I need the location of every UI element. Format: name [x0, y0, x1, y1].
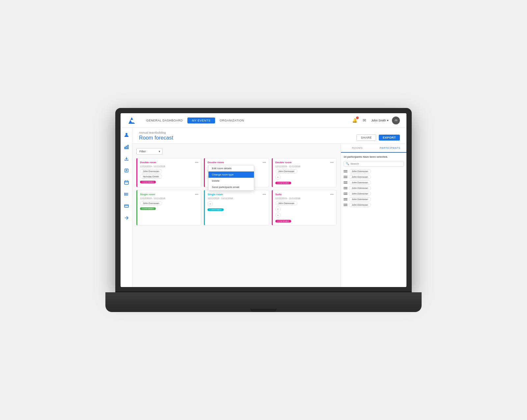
context-menu-item-edit[interactable]: Edit room details — [208, 165, 254, 171]
room-menu-6[interactable]: ••• — [330, 193, 334, 196]
room-card-2: Double room ••• 12/12/2019 - 11/11/2018 … — [204, 158, 269, 187]
participant-lines-7 — [344, 204, 347, 206]
participant-tag-2[interactable]: John Donnovan — [349, 175, 371, 179]
export-button[interactable]: EXPORT — [379, 135, 400, 141]
content-area: Filter ▼ Double room — [132, 144, 406, 287]
notification-icon[interactable]: 🔔 — [351, 117, 358, 124]
room-type-2: Double room — [208, 161, 224, 164]
room-menu-2[interactable]: ••• — [263, 161, 266, 164]
add-participant-5[interactable]: + — [208, 201, 213, 206]
context-menu-item-change-type[interactable]: Change room type — [208, 171, 254, 178]
participant-line — [344, 194, 347, 195]
search-icon: 🔍 — [346, 162, 349, 165]
participant-line — [344, 200, 347, 200]
sidebar-item-contacts[interactable] — [122, 166, 131, 175]
user-menu[interactable]: John Smith ▾ — [371, 119, 389, 122]
room-card-header-4: Single room ••• — [140, 193, 198, 196]
participant-pill-6a: John Donnovan — [275, 201, 297, 205]
room-menu-1[interactable]: ••• — [195, 161, 199, 164]
search-input[interactable] — [350, 162, 402, 165]
participant-line — [344, 205, 347, 205]
sidebar-item-calendar[interactable] — [122, 178, 131, 187]
svg-point-17 — [125, 194, 125, 195]
context-menu-2: Edit room details Change room type Delet… — [208, 165, 254, 191]
tab-participants[interactable]: PARTICIPANTS — [374, 144, 407, 153]
room-menu-4[interactable]: ••• — [195, 193, 199, 196]
avatar[interactable]: JS — [392, 117, 400, 124]
participant-line — [344, 199, 347, 200]
participant-row-6: John Donnovan — [344, 197, 404, 201]
mail-icon[interactable]: ✉ — [361, 117, 368, 124]
sidebar-item-share[interactable] — [122, 213, 131, 223]
participant-line — [344, 189, 347, 189]
share-button[interactable]: SHARE — [356, 134, 376, 141]
filter-select[interactable]: Filter — [136, 148, 163, 155]
participant-row-2: John Donnovan — [344, 175, 404, 179]
tab-organization[interactable]: ORGANIZATION — [215, 118, 249, 123]
room-badge-6: CONFIRMED — [275, 220, 291, 223]
participant-lines-4 — [344, 187, 347, 189]
room-badge-3: CONFIRMED — [275, 182, 291, 184]
add-participant-6b[interactable]: + — [275, 213, 281, 218]
participant-line — [344, 171, 347, 172]
rooms-area: Filter ▼ Double room — [132, 144, 341, 287]
participant-lines-5 — [344, 193, 347, 195]
participant-line — [344, 177, 347, 177]
participant-line — [344, 182, 347, 183]
panel-content: 14 participants have been selected. 🔍 — [341, 153, 406, 287]
participant-tag-7[interactable]: John Donnovan — [349, 203, 371, 207]
sidebar-item-list[interactable] — [122, 190, 131, 199]
right-panel: ROOMS PARTICIPANTS 14 participants have … — [341, 144, 406, 287]
participant-row-1: John Donnovan — [344, 169, 404, 173]
participant-line — [344, 170, 347, 171]
room-card-4: Single room ••• 12/12/2019 - 11/11/2018 … — [136, 190, 201, 225]
sidebar-item-export[interactable] — [122, 154, 131, 163]
sidebar-item-card[interactable] — [122, 201, 131, 211]
participant-line — [344, 188, 347, 189]
participant-tag-3[interactable]: John Donnovan — [349, 180, 371, 185]
svg-rect-3 — [126, 146, 127, 149]
sidebar-item-chart[interactable] — [122, 142, 131, 151]
room-menu-5[interactable]: ••• — [263, 193, 266, 196]
room-badge-5: CONFIRMED — [208, 208, 223, 211]
participant-tag-6[interactable]: John Donnovan — [349, 197, 371, 201]
context-menu-item-delete[interactable]: Delete — [208, 178, 254, 184]
participant-tag-1[interactable]: John Donnovan — [349, 169, 371, 173]
room-menu-3[interactable]: ••• — [330, 161, 334, 164]
room-type-5: Single room — [208, 193, 223, 196]
participant-line — [344, 183, 347, 184]
tab-my-events[interactable]: MY EVENTS — [187, 118, 215, 123]
panel-tabs: ROOMS PARTICIPANTS — [341, 144, 406, 153]
app-header: GENERAL DASHBOARD MY EVENTS ORGANIZATION… — [121, 113, 406, 128]
add-participant-6a[interactable]: + — [275, 206, 281, 212]
context-menu-item-email[interactable]: Send participants email — [208, 184, 254, 190]
participant-lines-6 — [344, 198, 347, 200]
participant-line — [344, 176, 347, 176]
add-participant-3[interactable]: + — [275, 174, 281, 180]
room-card-6: Suite ••• 12/12/2019 - 11/11/2018 John D… — [272, 190, 337, 225]
participant-tag-5[interactable]: John Donnovan — [349, 192, 371, 196]
filter-bar: Filter ▼ — [136, 148, 337, 155]
page-title-area: Annual teambuilding Room forecast — [139, 131, 173, 141]
participants-text: participants have been selected. — [347, 155, 388, 158]
sidebar — [121, 128, 132, 287]
participant-lines-1 — [344, 170, 347, 172]
room-type-3: Double room — [275, 161, 291, 164]
page-header: Annual teambuilding Room forecast SHARE … — [132, 128, 406, 144]
sidebar-item-person[interactable] — [122, 130, 131, 140]
nav-tabs: GENERAL DASHBOARD MY EVENTS ORGANIZATION — [142, 118, 351, 123]
app-logo — [127, 116, 136, 125]
page-title: Room forecast — [139, 135, 173, 141]
laptop-screen: GENERAL DASHBOARD MY EVENTS ORGANIZATION… — [121, 113, 406, 287]
header-right: 🔔 ✉ John Smith ▾ JS — [351, 117, 400, 124]
tab-general-dashboard[interactable]: GENERAL DASHBOARD — [142, 118, 187, 123]
chevron-down-icon: ▾ — [387, 119, 389, 122]
svg-rect-9 — [125, 181, 128, 184]
participant-tag-4[interactable]: John Donnovan — [349, 186, 371, 190]
laptop-notch — [250, 309, 277, 312]
room-type-1: Double room — [140, 161, 156, 164]
tab-rooms[interactable]: ROOMS — [341, 144, 374, 152]
participant-row-3: John Donnovan — [344, 180, 404, 185]
participant-pill-1a: John Donnovan — [140, 169, 162, 173]
participant-line — [344, 181, 347, 182]
